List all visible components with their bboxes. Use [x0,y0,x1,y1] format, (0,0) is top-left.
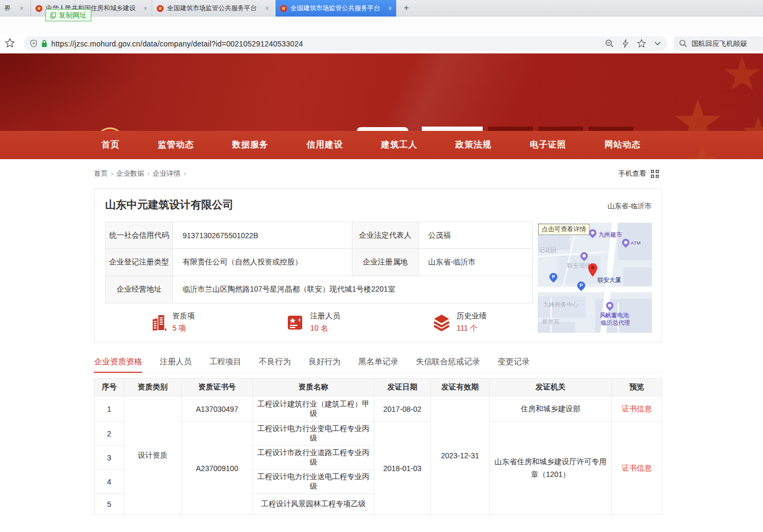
stat-value: 5 项 [172,324,195,333]
map-parking-icon [548,271,559,283]
stat-history-performance[interactable]: 历史业绩111 个 [432,311,486,333]
header-search-tabs: 建设工程企业 从业人员 建设项目 诚信记录 [422,127,633,131]
field-value-credit-code: 91371302675501022B [173,222,352,249]
map-label-battery-1: 风帆蓄电池 [600,311,629,319]
cell-index: 3 [95,446,124,470]
certificate-info-link[interactable]: 证书信息 [612,422,662,515]
building-icon [152,314,167,331]
mobile-view-control[interactable]: 手机查看 [618,169,659,178]
quick-search-text[interactable]: 国航回应飞机颠簸 [691,39,747,49]
qr-code-icon[interactable] [650,169,659,178]
breadcrumb-enterprise-data[interactable]: 企业数据 [116,169,144,178]
flag-star-decoration [674,99,722,131]
browser-tab-2[interactable]: 全国建筑市场监管公共服务平台 × [152,0,273,17]
zoom-out-icon[interactable] [605,39,614,48]
field-label-credit-code: 统一社会信用代码 [106,222,173,249]
tab-close-icon[interactable]: × [144,5,147,12]
company-info-table: 统一社会信用代码 91371302675501022B 企业法定代表人 公茂福 … [105,222,533,303]
breadcrumb-home[interactable]: 首页 [94,169,108,178]
nav-item-workers[interactable]: 建筑工人 [381,139,418,151]
field-value-reg-region: 山东省-临沂市 [419,249,533,276]
browser-tab-active[interactable]: 全国建筑市场监管公共服务平台 × [276,0,396,17]
favorite-star-icon[interactable] [637,39,646,48]
map-label-battery-2: 临沂总代理 [601,319,630,327]
col-header-name: 资质名称 [253,379,374,396]
stat-qualifications[interactable]: 资质项5 项 [152,311,195,333]
qualification-table: 序号 资质类别 资质证书号 资质名称 发证日期 发证有效期 发证机关 预览 1 … [94,378,662,515]
field-label-legal-rep: 企业法定代表人 [352,222,419,249]
url-bar[interactable]: https://jzsc.mohurd.gov.cn/data/company/… [23,36,667,51]
main-nav-items: 首页 监管动态 数据服务 信用建设 建筑工人 政策法规 电子证照 网站动态 [101,131,641,159]
tab-bad-behavior[interactable]: 不良行为 [259,357,291,367]
tab-change-records[interactable]: 变更记录 [498,357,530,367]
tab-title: 全国建筑市场监管公共服务平台 [290,4,385,13]
breadcrumb-enterprise-detail[interactable]: 企业详情 [153,169,180,178]
browser-tab-bar: 界 × 中华人民共和国住房和城乡建设 × 全国建筑市场监管公共服务平台 × 全国… [0,0,763,17]
col-header-issue-date: 发证日期 [374,379,431,396]
copy-url-tooltip[interactable]: 复制网址 [45,9,91,21]
tab-close-icon[interactable]: × [388,5,392,12]
bookmark-star-icon[interactable] [5,38,15,48]
tab-title: 界 [4,4,17,13]
tab-registered-personnel[interactable]: 注册人员 [160,357,192,367]
search-tab-credit[interactable]: 诚信记录 [588,127,633,131]
cell-cert-no: A137030497 [182,396,253,422]
col-header-preview: 预览 [612,379,662,396]
map-label-jiufeng: 九峰商务中心 [543,301,578,309]
tab-close-icon[interactable]: × [265,5,269,12]
map-label-supermarket: 九州超市 [599,231,622,239]
field-value-legal-rep: 公茂福 [419,222,533,249]
cell-validity: 2023-12-31 [431,396,490,515]
lock-icon [41,40,48,48]
stat-value: 111 个 [457,324,486,333]
browser-tab-0[interactable]: 界 × [0,0,28,17]
cell-qual-name: 工程设计建筑行业（建筑工程）甲级 [253,396,374,422]
field-label-reg-type: 企业登记注册类型 [106,249,173,276]
browser-window: 界 × 中华人民共和国住房和城乡建设 × 全国建筑市场监管公共服务平台 × 全国… [0,0,763,532]
nav-item-e-license[interactable]: 电子证照 [530,139,567,151]
cell-qual-name: 工程设计电力行业变电工程专业丙级 [253,422,374,446]
cell-authority: 住房和城乡建设部 [490,396,612,422]
copy-url-label: 复制网址 [59,11,86,20]
new-tab-button[interactable]: + [400,2,412,14]
nav-item-supervision[interactable]: 监管动态 [158,139,194,151]
url-text[interactable]: https://jzsc.mohurd.gov.cn/data/company/… [51,40,303,48]
certificate-info-link[interactable]: 证书信息 [612,396,662,422]
cell-qual-name: 工程设计市政行业道路工程专业丙级 [253,446,374,470]
emblem-favicon-icon [35,5,43,12]
map-label-lianan-tower: 联安大厦 [597,276,621,284]
nav-item-home[interactable]: 首页 [101,139,120,151]
map-label-garden: 记花园 [539,246,556,254]
stat-label: 历史业绩 [457,311,486,321]
lightning-icon[interactable] [622,39,629,48]
tab-close-icon[interactable]: × [20,5,23,12]
field-label-reg-region: 企业注册属地 [352,249,419,276]
cell-category: 设计资质 [124,396,182,515]
tab-enterprise-qualification[interactable]: 企业资质资格 [94,357,142,367]
nav-item-data-service[interactable]: 数据服务 [232,139,269,151]
mobile-view-label: 手机查看 [618,169,646,178]
shield-icon[interactable] [30,40,37,48]
cell-index: 4 [95,470,124,494]
breadcrumb: 首页 › 企业数据 › 企业详情 › [94,169,186,178]
tab-blacklist[interactable]: 黑名单记录 [358,357,398,367]
quick-search-box[interactable]: 国航回应飞机颠簸 [674,36,763,51]
nav-item-site-news[interactable]: 网站动态 [604,139,641,151]
stat-registered-personnel[interactable]: 注册人员10 名 [287,311,340,333]
chevron-down-icon[interactable] [654,41,661,46]
field-value-reg-type: 有限责任公司（自然人投资或控股） [173,249,352,276]
nav-item-credit[interactable]: 信用建设 [306,139,343,151]
search-tab-personnel[interactable]: 从业人员 [488,127,533,131]
nav-item-policy[interactable]: 政策法规 [455,139,492,151]
location-map[interactable]: 点击可查看详情 九州超市 ATM 记花园 联安现代城 联安大厦 九峰商务中心 风… [538,223,652,333]
header-qr-code: S [357,127,408,131]
flag-star-decoration [723,56,761,93]
site-header: 中华人民共和国住房和城乡建设部 www.mohurd.gov.cn 全国建筑市场… [0,53,763,131]
location-pin-icon [588,263,597,277]
tab-projects[interactable]: 工程项目 [209,357,241,367]
col-header-cert-no: 资质证书号 [182,379,253,396]
tab-good-behavior[interactable]: 良好行为 [309,357,341,367]
search-tab-project[interactable]: 建设项目 [538,127,583,131]
tab-dishonesty-records[interactable]: 失信联合惩戒记录 [416,357,480,367]
search-tab-enterprise[interactable]: 建设工程企业 [422,127,483,131]
